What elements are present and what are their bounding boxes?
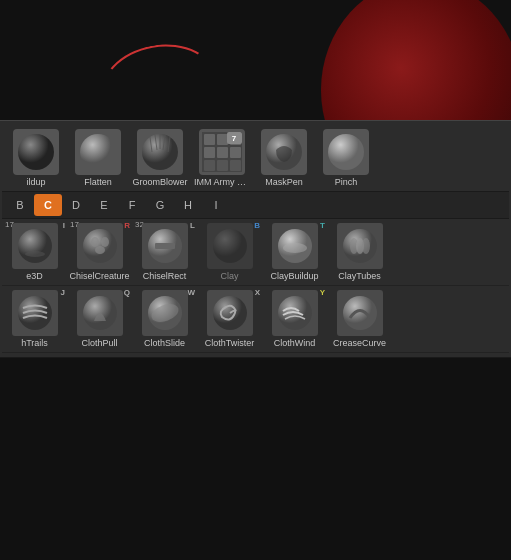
svg-point-30	[213, 229, 247, 263]
brush-clay[interactable]: B Clay	[197, 219, 262, 285]
svg-point-25	[91, 237, 99, 247]
brush-groomblower-label: GroomBlower	[132, 177, 188, 187]
clothwind-hotkey: Y	[320, 288, 325, 297]
clay3d-label: e3D	[26, 271, 43, 281]
claybuildup-hotkey: T	[320, 221, 325, 230]
brush-clothpull[interactable]: Q ClothPull	[67, 286, 132, 352]
alpha-btn-h[interactable]: H	[174, 194, 202, 216]
svg-rect-29	[155, 243, 175, 249]
alpha-btn-b[interactable]: B	[6, 194, 34, 216]
top-brush-toolbar: ildup Flatten GroomBlower	[0, 120, 511, 358]
clay3d-hotkey: I	[63, 221, 65, 230]
brush-maskpen[interactable]: MaskPen	[254, 127, 314, 189]
clay-icon	[207, 223, 253, 269]
clothslide-label: ClothSlide	[144, 338, 185, 348]
brush-clay3d[interactable]: 17 I e3D	[2, 219, 67, 285]
creasecurve-label: CreaseCurve	[333, 338, 386, 348]
alpha-btn-d[interactable]: D	[62, 194, 90, 216]
brush-clothslide[interactable]: W ClothSlide	[132, 286, 197, 352]
svg-rect-9	[204, 134, 215, 145]
claybuildup-label: ClayBuildup	[270, 271, 318, 281]
claytubes-icon	[337, 223, 383, 269]
alpha-filter-row: B C D E F G H I	[2, 191, 509, 219]
chiselrect-hotkey: L	[190, 221, 195, 230]
clothtwister-label: ClothTwister	[205, 338, 255, 348]
brush-claybuildup[interactable]: T ClayBuildup	[262, 219, 327, 285]
clothpull-icon	[77, 290, 123, 336]
svg-point-22	[18, 229, 52, 263]
chiselcreature-hotkey: R	[124, 221, 130, 230]
svg-rect-10	[217, 134, 228, 145]
creasecurve-icon	[337, 290, 383, 336]
svg-point-23	[25, 251, 45, 257]
clay-hotkey: B	[254, 221, 260, 230]
clothslide-hotkey: W	[187, 288, 195, 297]
svg-rect-13	[217, 147, 228, 158]
brush-clothwind[interactable]: Y ClothWind	[262, 286, 327, 352]
claybuildup-icon	[272, 223, 318, 269]
clothtrails-hotkey: J	[61, 288, 65, 297]
brush-imm-label: IMM Army Curve	[194, 177, 250, 187]
brush-maskpen-icon	[261, 129, 307, 175]
brush-buildup-icon	[13, 129, 59, 175]
alpha-btn-c[interactable]: C	[34, 194, 62, 216]
brush-buildup-label: ildup	[8, 177, 64, 187]
chiselcreature-label: ChiselCreature	[69, 271, 129, 281]
alpha-btn-g[interactable]: G	[146, 194, 174, 216]
clothwind-icon	[272, 290, 318, 336]
brush-maskpen-label: MaskPen	[256, 177, 312, 187]
svg-point-27	[95, 246, 105, 254]
clothpull-hotkey: Q	[124, 288, 130, 297]
clothtwister-icon	[207, 290, 253, 336]
svg-point-21	[328, 134, 364, 170]
brush-pinch[interactable]: Pinch	[316, 127, 376, 189]
svg-text:7: 7	[232, 134, 237, 143]
svg-rect-14	[230, 147, 241, 158]
brush-chiselrect[interactable]: 32 L ChiselRect	[132, 219, 197, 285]
clothslide-icon	[142, 290, 188, 336]
brush-clothtwister[interactable]: X ClothTwister	[197, 286, 262, 352]
brush-pinch-icon	[323, 129, 369, 175]
brush-clothtrails[interactable]: J hTrails	[2, 286, 67, 352]
chiselrect-icon	[142, 223, 188, 269]
chiselcreature-icon	[77, 223, 123, 269]
svg-point-43	[343, 296, 377, 330]
brush-grid-row-2: J hTrails Q ClothPull W	[2, 286, 509, 353]
svg-point-32	[283, 243, 307, 253]
svg-point-1	[80, 134, 116, 170]
brush-grid-row-1: 17 I e3D 17 R ChiselCreatur	[2, 219, 509, 286]
brush-claytubes[interactable]: ClayTubes	[327, 219, 392, 285]
clothtrails-icon	[12, 290, 58, 336]
brush-pinch-label: Pinch	[318, 177, 374, 187]
brush-flatten-label: Flatten	[70, 177, 126, 187]
clothwind-label: ClothWind	[274, 338, 316, 348]
brush-groomblower-icon	[137, 129, 183, 175]
alpha-btn-i[interactable]: I	[202, 194, 230, 216]
brush-flatten[interactable]: Flatten	[68, 127, 128, 189]
brush-chiselcreature[interactable]: 17 R ChiselCreature	[67, 219, 132, 285]
claytubes-label: ClayTubes	[338, 271, 381, 281]
brush-buildup[interactable]: ildup	[6, 127, 66, 189]
clay-label: Clay	[220, 271, 238, 281]
svg-point-26	[101, 237, 109, 247]
brush-groomblower[interactable]: GroomBlower	[130, 127, 190, 189]
svg-rect-12	[204, 147, 215, 158]
svg-rect-15	[204, 160, 215, 171]
svg-point-36	[362, 238, 370, 254]
alpha-btn-f[interactable]: F	[118, 194, 146, 216]
svg-point-0	[18, 134, 54, 170]
top-brush-row: ildup Flatten GroomBlower	[2, 125, 509, 191]
brush-creasecurve[interactable]: CreaseCurve	[327, 286, 392, 352]
brush-imm-army-curve[interactable]: 7 IMM Army Curve	[192, 127, 252, 189]
clothpull-label: ClothPull	[81, 338, 117, 348]
brush-imm-icon: 7	[199, 129, 245, 175]
brush-flatten-icon	[75, 129, 121, 175]
chiselrect-label: ChiselRect	[143, 271, 187, 281]
clothtwister-hotkey: X	[255, 288, 260, 297]
svg-rect-17	[230, 160, 241, 171]
clothtrails-label: hTrails	[21, 338, 48, 348]
svg-rect-16	[217, 160, 228, 171]
alpha-btn-e[interactable]: E	[90, 194, 118, 216]
clay3d-icon	[12, 223, 58, 269]
